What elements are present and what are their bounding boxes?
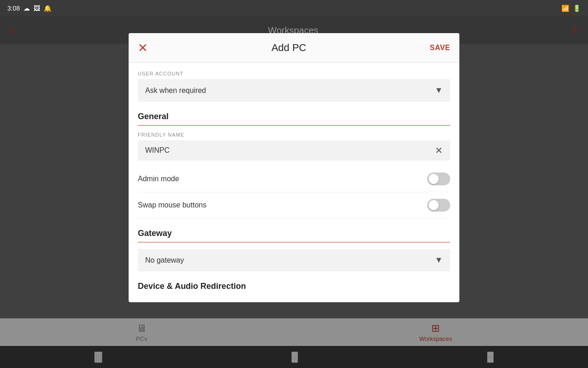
device-audio-heading: Device & Audio Redirection — [138, 271, 450, 293]
image-icon: 🖼 — [34, 5, 40, 12]
admin-mode-row: Admin mode — [138, 166, 450, 192]
admin-mode-toggle[interactable] — [427, 172, 450, 185]
gateway-value: No gateway — [145, 256, 184, 264]
general-section-heading: General — [138, 102, 450, 125]
user-account-value: Ask when required — [145, 86, 206, 95]
user-account-dropdown[interactable]: Ask when required ▼ — [138, 79, 450, 102]
wifi-icon: 📶 — [561, 5, 569, 12]
friendly-name-row: ✕ — [138, 140, 450, 161]
cloud-icon: ☁ — [23, 5, 30, 12]
status-right: 📶 🔋 — [561, 5, 581, 12]
friendly-name-label: FRIENDLY NAME — [138, 132, 450, 140]
gateway-divider — [138, 242, 450, 242]
gateway-section-heading: Gateway — [138, 218, 450, 242]
admin-mode-label: Admin mode — [138, 175, 179, 183]
time-display: 3:08 — [7, 5, 20, 12]
swap-mouse-label: Swap mouse buttons — [138, 201, 206, 209]
dialog-body: USER ACCOUNT Ask when required ▼ General… — [129, 63, 459, 302]
dialog-title: Add PC — [271, 42, 306, 54]
gateway-dropdown[interactable]: No gateway ▼ — [138, 249, 450, 271]
dialog-close-button[interactable]: ✕ — [138, 42, 148, 54]
user-account-arrow-icon: ▼ — [435, 86, 443, 95]
swap-mouse-row: Swap mouse buttons — [138, 192, 450, 218]
status-left: 3:08 ☁ 🖼 🔔 — [7, 5, 51, 12]
friendly-name-input[interactable] — [145, 146, 435, 155]
user-account-label: USER ACCOUNT — [138, 63, 450, 79]
dialog-header: ✕ Add PC SAVE — [129, 33, 459, 63]
general-divider — [138, 125, 450, 126]
add-pc-dialog: ✕ Add PC SAVE USER ACCOUNT Ask when requ… — [129, 33, 459, 302]
status-bar: 3:08 ☁ 🖼 🔔 📶 🔋 — [0, 0, 588, 17]
dialog-save-button[interactable]: SAVE — [430, 44, 450, 52]
battery-icon: 🔋 — [573, 5, 581, 12]
notification-icon: 🔔 — [44, 5, 51, 12]
admin-mode-knob — [429, 174, 439, 184]
friendly-name-clear-button[interactable]: ✕ — [435, 146, 443, 155]
swap-mouse-toggle[interactable] — [427, 199, 450, 212]
swap-mouse-knob — [429, 200, 439, 210]
gateway-arrow-icon: ▼ — [435, 255, 443, 265]
